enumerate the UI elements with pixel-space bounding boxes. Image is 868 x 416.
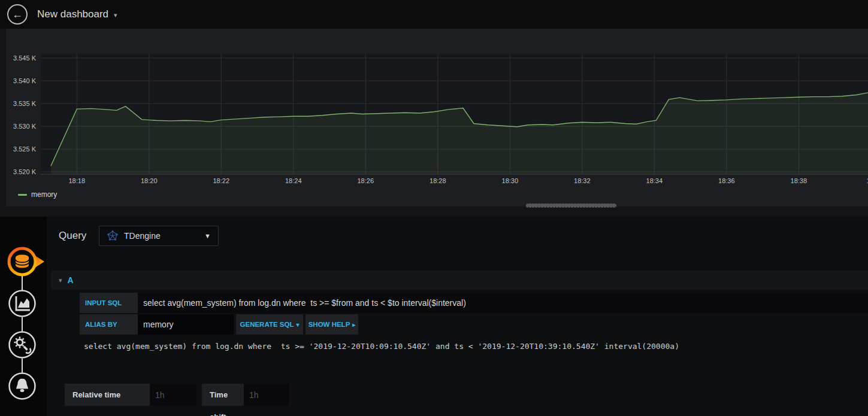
memory-timeseries-chart[interactable]: 3.520 K3.525 K3.530 K3.535 K3.540 K3.545… [6, 29, 868, 207]
relative-time-label: Relative time [65, 384, 150, 406]
panel-resize-handle[interactable] [526, 204, 616, 208]
svg-text:3.525 K: 3.525 K [13, 145, 37, 153]
tab-general[interactable] [10, 332, 35, 358]
dashboard-title[interactable]: New dashboard [37, 0, 108, 29]
bell-icon [16, 379, 28, 393]
query-section-title: Query [59, 226, 86, 246]
legend-item-memory[interactable]: memory [18, 190, 57, 199]
relative-time-field[interactable] [150, 384, 196, 406]
tdengine-logo-icon [107, 230, 119, 242]
svg-text:3.535 K: 3.535 K [13, 100, 37, 107]
input-sql-field[interactable] [138, 293, 868, 313]
time-shift-label: Time shift [202, 384, 244, 406]
tab-alert[interactable] [10, 374, 35, 399]
graph-icon [16, 296, 30, 310]
chevron-right-icon: ▸ [352, 321, 355, 328]
datasource-name: TDengine [124, 231, 161, 241]
generated-sql-preview: select avg(mem_system) from log.dn where… [84, 342, 679, 351]
generate-sql-label: GENERATE SQL [240, 321, 294, 328]
collapse-caret-icon: ▾ [59, 277, 62, 284]
legend-color-dash [18, 194, 27, 196]
show-help-label: SHOW HELP [309, 321, 350, 328]
query-row-header[interactable]: ▾ A [51, 271, 868, 290]
input-sql-label: INPUT SQL [80, 293, 138, 313]
gear-wrench-icon [14, 337, 31, 353]
database-icon [16, 255, 29, 268]
tab-queries[interactable] [9, 248, 44, 275]
svg-text:18:26: 18:26 [358, 177, 374, 184]
svg-text:3.520 K: 3.520 K [13, 168, 37, 175]
generate-sql-button[interactable]: GENERATE SQL▾ [236, 314, 303, 335]
svg-text:18:32: 18:32 [574, 177, 591, 184]
svg-text:18:38: 18:38 [791, 177, 807, 184]
svg-text:18:24: 18:24 [285, 177, 302, 184]
svg-text:18:20: 18:20 [141, 177, 158, 184]
query-ref-id: A [68, 275, 74, 285]
show-help-button[interactable]: SHOW HELP▸ [306, 314, 358, 335]
alias-by-field[interactable] [138, 314, 234, 335]
top-nav-bar: ← New dashboard ▾ [0, 0, 868, 29]
svg-text:3.540 K: 3.540 K [13, 77, 37, 84]
graph-panel: Panel Title 3.520 K3.525 K3.530 K3.535 K… [6, 29, 868, 207]
svg-text:18:18: 18:18 [68, 177, 85, 184]
datasource-caret-icon: ▼ [204, 232, 211, 239]
tab-visualization[interactable] [10, 291, 35, 317]
editor-tabs-graphic [0, 217, 47, 416]
svg-text:18:34: 18:34 [646, 177, 663, 184]
datasource-picker[interactable]: TDengine ▼ [99, 226, 219, 246]
back-arrow-icon[interactable]: ← [7, 4, 28, 25]
svg-text:18:22: 18:22 [213, 177, 229, 184]
svg-text:3.545 K: 3.545 K [13, 54, 37, 62]
svg-text:3.530 K: 3.530 K [13, 123, 37, 130]
alias-by-label: ALIAS BY [80, 314, 138, 335]
editor-tab-strip [0, 217, 47, 416]
svg-text:18:36: 18:36 [718, 177, 735, 184]
panel-editor: Query TDengine ▼ ▾ A INPUT SQL ALIAS BY … [0, 217, 868, 416]
time-shift-field[interactable] [244, 384, 289, 406]
dashboard-title-caret-icon[interactable]: ▾ [114, 0, 117, 29]
chevron-down-icon: ▾ [296, 321, 299, 328]
svg-text:18:30: 18:30 [502, 177, 519, 184]
legend-label: memory [31, 190, 57, 199]
svg-text:18:28: 18:28 [430, 177, 446, 184]
